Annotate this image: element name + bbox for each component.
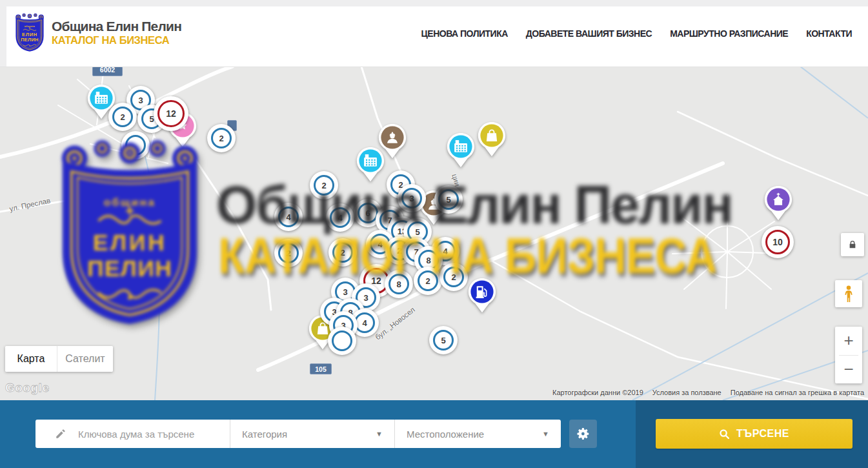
street-view-pegman-button[interactable]	[835, 280, 862, 307]
cluster-marker[interactable]: 3	[398, 184, 426, 212]
map-attribution: Картографски данни ©2019Условия за ползв…	[552, 389, 864, 396]
category-pin-building[interactable]	[447, 132, 475, 168]
cluster-marker[interactable]: 2	[207, 124, 236, 152]
brand[interactable]: Община Елин Пелин КАТАЛОГ НА БИЗНЕСА	[14, 13, 181, 53]
location-select[interactable]: Местоположение ▼	[395, 420, 561, 448]
page-edge-top	[0, 0, 868, 6]
map-type-toggle: Карта Сателит	[5, 346, 113, 372]
road-badge: 105	[310, 363, 332, 374]
pencil-icon	[55, 428, 66, 440]
gear-icon	[576, 427, 590, 441]
cluster-marker[interactable]: 10	[762, 226, 794, 258]
attribution-item-1[interactable]: Условия за ползване	[652, 389, 722, 396]
road-badge: 6002	[92, 66, 123, 76]
keyword-field	[35, 420, 230, 448]
main-nav: ЦЕНОВА ПОЛИТИКАДОБАВЕТЕ ВАШИЯТ БИЗНЕСМАР…	[421, 0, 852, 66]
search-bar: Категория ▼ Местоположение ▼ ТЪРСЕНЕ	[0, 400, 868, 468]
nav-item-3[interactable]: КОНТАКТИ	[806, 28, 852, 39]
lock-icon	[847, 239, 858, 250]
search-button[interactable]: ТЪРСЕНЕ	[656, 419, 853, 449]
cluster-marker[interactable]: 5	[434, 185, 463, 214]
header: Община Елин Пелин КАТАЛОГ НА БИЗНЕСА ЦЕН…	[0, 0, 868, 67]
zoom-controls: + −	[835, 327, 862, 383]
nav-item-2[interactable]: МАРШРУТНО РАЗПИСАНИЕ	[670, 28, 788, 39]
satellite-view-button[interactable]: Сателит	[57, 346, 113, 372]
category-pin-fuel[interactable]	[468, 278, 496, 313]
municipality-crest-logo	[14, 13, 45, 53]
advanced-search-button[interactable]	[569, 420, 597, 448]
page: община ЕЛИН ПЕЛИН Община Елин Пелин КАТА…	[0, 0, 868, 468]
category-pin-bag[interactable]	[478, 121, 506, 157]
cluster-marker[interactable]: 12	[154, 96, 188, 131]
cluster-marker[interactable]: 5	[429, 326, 458, 354]
map-canvas[interactable]: 6002105 ул. Преславбул. „Новоселции 3251…	[0, 66, 868, 400]
cluster-marker[interactable]: 2	[328, 238, 357, 267]
search-fields: Категория ▼ Местоположение ▼	[35, 420, 561, 448]
search-icon	[719, 429, 730, 440]
cluster-marker[interactable]: 2	[439, 263, 468, 291]
brand-subtitle: КАТАЛОГ НА БИЗНЕСА	[52, 34, 181, 47]
search-button-label: ТЪРСЕНЕ	[736, 428, 789, 440]
cluster-marker[interactable]: 2	[108, 103, 137, 131]
cluster-marker[interactable]: 2	[414, 267, 442, 295]
cluster-marker[interactable]	[121, 131, 150, 159]
lock-button[interactable]	[841, 233, 864, 256]
nav-item-1[interactable]: ДОБАВЕТЕ ВАШИЯТ БИЗНЕС	[526, 28, 652, 39]
category-select-value: Категория	[242, 429, 287, 440]
page-edge-left	[0, 0, 6, 66]
category-select[interactable]: Категория ▼	[230, 420, 394, 448]
chevron-down-icon: ▼	[376, 430, 383, 438]
map-view-button[interactable]: Карта	[5, 346, 57, 372]
chevron-down-icon: ▼	[542, 430, 549, 438]
category-pin-building[interactable]	[356, 147, 385, 182]
zoom-out-button[interactable]: −	[835, 356, 862, 384]
cluster-marker[interactable]: 4	[326, 203, 354, 232]
keyword-input[interactable]	[77, 428, 230, 440]
cluster-marker[interactable]	[328, 327, 356, 355]
brand-title: Община Елин Пелин	[52, 19, 181, 34]
location-select-value: Местоположение	[407, 429, 484, 440]
nav-item-0[interactable]: ЦЕНОВА ПОЛИТИКА	[421, 28, 508, 39]
cluster-marker[interactable]: 2	[274, 239, 303, 267]
category-pin-church[interactable]	[764, 185, 792, 221]
cluster-marker[interactable]: 2	[310, 171, 338, 199]
google-logo[interactable]: Google	[5, 381, 49, 395]
cluster-marker[interactable]: 4	[274, 203, 303, 231]
attribution-item-0: Картографски данни ©2019	[552, 389, 643, 396]
pegman-icon	[840, 284, 857, 303]
attribution-item-2[interactable]: Подаване на сигнал за грешка в картата	[731, 389, 864, 396]
cluster-marker[interactable]: 8	[385, 270, 413, 298]
zoom-in-button[interactable]: +	[835, 327, 862, 355]
